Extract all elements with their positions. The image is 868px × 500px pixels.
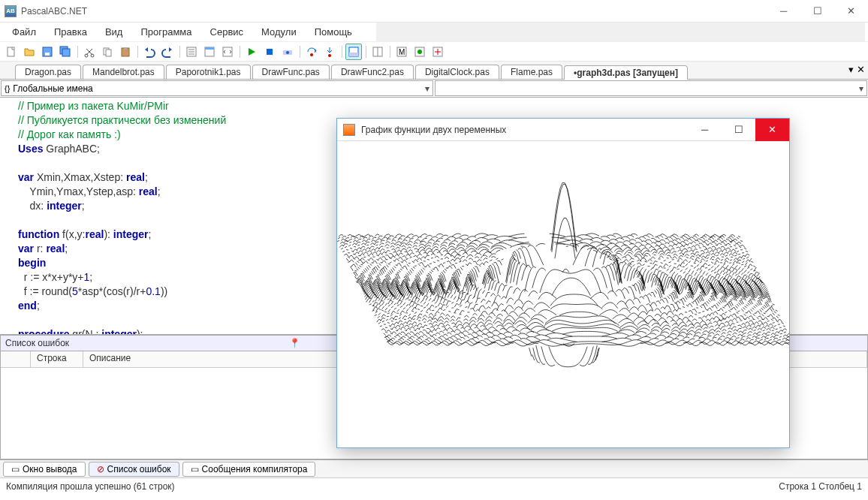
svg-text:М: М bbox=[399, 48, 405, 56]
svg-rect-0 bbox=[8, 47, 14, 56]
window-title: PascalABC.NET bbox=[21, 6, 767, 17]
output-icon: ▭ bbox=[11, 464, 20, 474]
outwin-minimize-button[interactable]: ─ bbox=[688, 119, 722, 141]
run-button[interactable] bbox=[243, 44, 260, 60]
undo-button[interactable] bbox=[141, 44, 158, 60]
debug-button[interactable] bbox=[279, 44, 296, 60]
menu-program[interactable]: Программа bbox=[131, 25, 200, 39]
properties-button[interactable] bbox=[183, 44, 200, 60]
tab-close-icon[interactable]: ✕ bbox=[857, 64, 865, 75]
step-into-button[interactable] bbox=[321, 44, 338, 60]
maximize-button[interactable]: ☐ bbox=[800, 0, 834, 23]
form-button[interactable] bbox=[201, 44, 218, 60]
svg-rect-14 bbox=[223, 47, 232, 56]
outwin-close-button[interactable]: ✕ bbox=[755, 119, 789, 141]
redo-button[interactable] bbox=[159, 44, 176, 60]
tab-digitalclock[interactable]: DigitalClock.pas bbox=[415, 65, 499, 79]
svg-rect-4 bbox=[62, 49, 70, 56]
cut-button[interactable] bbox=[81, 44, 98, 60]
bottom-tab-compiler[interactable]: ▭Сообщения компилятора bbox=[182, 462, 316, 477]
chevron-down-icon: ▾ bbox=[859, 83, 863, 94]
members-combo[interactable]: ▾ bbox=[435, 80, 867, 96]
bottom-tab-errors[interactable]: ⊘Список ошибок bbox=[89, 462, 179, 477]
menu-help[interactable]: Помощь bbox=[306, 25, 361, 39]
open-file-button[interactable] bbox=[21, 44, 38, 60]
code-button[interactable] bbox=[219, 44, 236, 60]
scope-combo-label: Глобальные имена bbox=[13, 83, 92, 94]
scope-combo[interactable]: {} Глобальные имена ▾ bbox=[1, 80, 433, 96]
svg-rect-15 bbox=[267, 49, 273, 55]
menu-modules[interactable]: Модули bbox=[252, 25, 306, 39]
copy-button[interactable] bbox=[99, 44, 116, 60]
svg-rect-2 bbox=[45, 53, 50, 56]
paste-button[interactable] bbox=[117, 44, 134, 60]
menu-view[interactable]: Вид bbox=[96, 25, 132, 39]
output-window-icon bbox=[343, 124, 355, 136]
split-button[interactable] bbox=[369, 44, 386, 60]
compiler-icon: ▭ bbox=[191, 464, 199, 474]
svg-rect-8 bbox=[106, 50, 111, 56]
tab-flame[interactable]: Flame.pas bbox=[501, 65, 562, 79]
status-compile: Компиляция прошла успешно (61 строк) bbox=[6, 481, 175, 492]
svg-rect-13 bbox=[205, 47, 214, 50]
menu-edit[interactable]: Правка bbox=[45, 25, 96, 39]
status-cursor: Строка 1 Столбец 1 bbox=[779, 481, 862, 492]
step-over-button[interactable] bbox=[303, 44, 320, 60]
grid-col-line[interactable]: Строка bbox=[31, 351, 83, 367]
tab-drawfunc2[interactable]: DrawFunc2.pas bbox=[331, 65, 414, 79]
tab-graph3d[interactable]: •graph3d.pas [Запущен] bbox=[564, 65, 688, 80]
svg-point-26 bbox=[417, 50, 422, 54]
tool3-button[interactable] bbox=[429, 44, 446, 60]
error-icon: ⊘ bbox=[97, 464, 104, 474]
tool2-button[interactable] bbox=[411, 44, 428, 60]
menu-file[interactable]: Файл bbox=[3, 25, 45, 39]
tab-dropdown-icon[interactable]: ▾ bbox=[848, 64, 854, 75]
svg-point-19 bbox=[328, 54, 331, 57]
svg-rect-21 bbox=[349, 53, 358, 56]
chevron-down-icon: ▾ bbox=[425, 83, 429, 94]
tab-dragon[interactable]: Dragon.pas bbox=[15, 65, 81, 79]
svg-rect-10 bbox=[124, 47, 127, 50]
output-window[interactable]: График функции двух переменных ─ ☐ ✕ bbox=[336, 118, 790, 448]
save-button[interactable] bbox=[39, 44, 56, 60]
menu-service[interactable]: Сервис bbox=[201, 25, 253, 39]
output-window-title: График функции двух переменных bbox=[361, 125, 688, 135]
app-icon: AB bbox=[5, 5, 17, 17]
bottom-tab-output[interactable]: ▭Окно вывода bbox=[3, 462, 86, 477]
tab-drawfunc[interactable]: DrawFunc.pas bbox=[252, 65, 330, 79]
close-button[interactable]: ✕ bbox=[834, 0, 868, 23]
tab-mandelbrot[interactable]: Mandelbrot.pas bbox=[83, 65, 164, 79]
errors-panel-title: Список ошибок bbox=[5, 338, 289, 348]
outwin-maximize-button[interactable]: ☐ bbox=[722, 119, 755, 141]
minimize-button[interactable]: ─ bbox=[767, 0, 800, 23]
save-all-button[interactable] bbox=[57, 44, 74, 60]
graph-canvas bbox=[337, 141, 789, 447]
stop-button[interactable] bbox=[261, 44, 278, 60]
svg-point-18 bbox=[310, 53, 313, 56]
tool1-button[interactable]: М bbox=[393, 44, 410, 60]
new-file-button[interactable] bbox=[3, 44, 20, 60]
tab-paporotnik[interactable]: Paporotnik1.pas bbox=[166, 65, 251, 79]
svg-point-17 bbox=[286, 51, 289, 54]
output-view-button[interactable] bbox=[345, 44, 362, 60]
grid-col-icon[interactable] bbox=[1, 351, 31, 367]
